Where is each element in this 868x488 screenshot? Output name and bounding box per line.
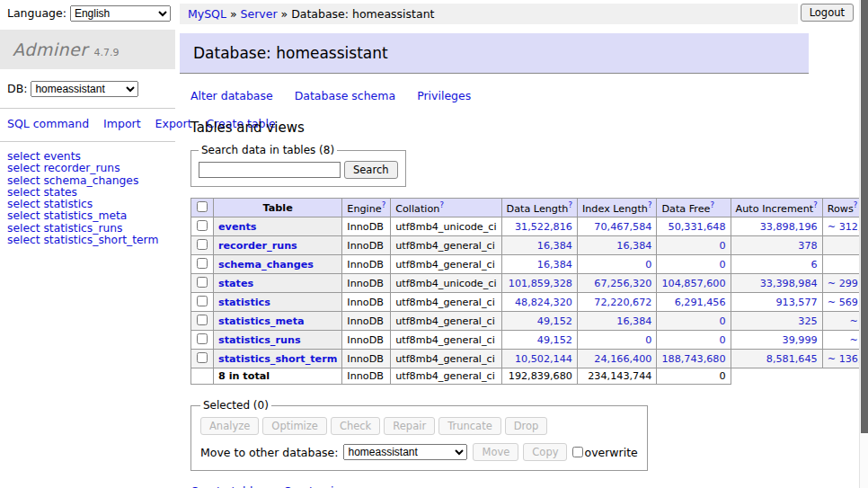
help-link[interactable]: ? [648, 200, 652, 209]
table-link-schema-changes[interactable]: schema_changes [218, 259, 314, 271]
row-checkbox[interactable] [197, 333, 208, 344]
truncate-button[interactable]: Truncate [438, 417, 501, 435]
collation-cell: utf8mb4_general_ci [391, 255, 501, 274]
collation-cell: utf8mb4_general_ci [391, 312, 501, 331]
sidebar-table-link-select-events[interactable]: select events [7, 151, 168, 163]
sidebar-table-link-select-recorder-runs[interactable]: select recorder_runs [7, 163, 168, 174]
sidebar-table-link-select-statistics-runs[interactable]: select statistics_runs [7, 223, 168, 235]
breadcrumb-item-mysql[interactable]: MySQL [188, 7, 226, 21]
engine-cell: InnoDB [342, 274, 391, 293]
sidebar-action-import[interactable]: Import [103, 117, 141, 130]
row-checkbox-cell [191, 255, 214, 274]
collation-cell: utf8mb4_general_ci [391, 331, 501, 350]
index-length-cell: 16,384 [577, 236, 656, 255]
drop-button[interactable]: Drop [505, 417, 548, 435]
row-checkbox[interactable] [197, 352, 208, 363]
nav-link-alter-database[interactable]: Alter database [190, 89, 273, 102]
breadcrumb-item-server[interactable]: Server [241, 7, 278, 21]
row-checkbox[interactable] [197, 258, 208, 269]
copy-button[interactable]: Copy [523, 443, 567, 461]
data-free-cell: 0 [657, 312, 731, 331]
table-row: statisticsInnoDButf8mb4_general_ci48,824… [191, 293, 868, 312]
logout-button[interactable]: Logout [801, 4, 854, 22]
sidebar-table-link-select-statistics-short-term[interactable]: select statistics_short_term [7, 235, 168, 246]
data-length-cell: 101,859,328 [501, 274, 577, 293]
index-length-cell: 0 [577, 255, 656, 274]
total-checkbox-cell [191, 368, 214, 385]
analyze-button[interactable]: Analyze [200, 417, 259, 435]
column-header-collation: Collation? [391, 199, 501, 217]
column-header-index-length: Index Length? [577, 199, 656, 217]
check-button[interactable]: Check [331, 417, 380, 435]
row-checkbox-cell [191, 331, 214, 350]
search-input[interactable] [199, 162, 341, 178]
sidebar-action-sql-command[interactable]: SQL command [7, 117, 89, 130]
help-link[interactable]: ? [382, 200, 386, 209]
help-link[interactable]: ? [813, 200, 818, 209]
db-select[interactable]: homeassistant [31, 81, 138, 97]
sidebar-table-link-select-statistics-meta[interactable]: select statistics_meta [7, 210, 168, 222]
table-row: schema_changesInnoDButf8mb4_general_ci16… [191, 255, 868, 274]
row-checkbox[interactable] [197, 296, 208, 306]
overwrite-checkbox[interactable] [572, 447, 583, 457]
row-checkbox[interactable] [197, 277, 208, 288]
table-link-statistics-meta[interactable]: statistics_meta [218, 315, 305, 327]
table-link-recorder-runs[interactable]: recorder_runs [218, 240, 297, 252]
data-length-cell: 16,384 [501, 255, 577, 274]
help-link[interactable]: ? [439, 200, 444, 209]
table-link-statistics-short-term[interactable]: statistics_short_term [218, 353, 337, 365]
vertical-scrollbar[interactable] [859, 0, 868, 488]
scrollbar-thumb[interactable] [861, 0, 868, 433]
breadcrumb-item-database-homeassistant: Database: homeassistant [291, 7, 434, 21]
search-fieldset: Search data in tables (8) Search [190, 144, 406, 187]
index-length-cell: 0 [577, 331, 656, 350]
data-free-cell: 6,291,456 [657, 293, 731, 312]
sidebar: Language: English Adminer 4.7.9 DB: home… [0, 0, 175, 253]
language-select[interactable]: English [70, 5, 171, 22]
table-row: recorder_runsInnoDButf8mb4_general_ci16,… [191, 236, 868, 255]
help-link[interactable]: ? [710, 200, 714, 209]
auto-increment-cell: 378 [731, 236, 822, 255]
data-free-cell: 50,331,648 [657, 217, 731, 236]
table-row: statistics_runsInnoDButf8mb4_general_ci4… [191, 331, 868, 350]
overwrite-label: overwrite [584, 446, 637, 459]
sidebar-table-link-select-states[interactable]: select states [7, 187, 168, 199]
repair-button[interactable]: Repair [384, 417, 435, 435]
nav-link-database-schema[interactable]: Database schema [295, 89, 395, 102]
help-link[interactable]: ? [854, 200, 858, 209]
breadcrumb: MySQL » Server » Database: homeassistant [180, 4, 798, 24]
tables-heading: Tables and views [190, 120, 819, 136]
breadcrumb-separator: » [278, 7, 292, 21]
index-length-cell: 24,166,400 [577, 350, 656, 368]
table-link-states[interactable]: states [218, 278, 253, 289]
row-checkbox-cell [191, 236, 214, 255]
move-db-select[interactable]: homeassistant [343, 444, 467, 460]
move-button[interactable]: Move [473, 443, 518, 461]
table-link-statistics[interactable]: statistics [218, 297, 270, 308]
table-link-events[interactable]: events [218, 221, 256, 233]
data-length-cell: 16,384 [501, 236, 577, 255]
sidebar-table-link-select-statistics[interactable]: select statistics [7, 199, 168, 210]
data-length-cell: 49,152 [501, 331, 577, 350]
sidebar-table-link-select-schema-changes[interactable]: select schema_changes [7, 175, 168, 187]
row-checkbox[interactable] [197, 315, 208, 325]
select-all-checkbox[interactable] [197, 201, 208, 212]
table-link-statistics-runs[interactable]: statistics_runs [218, 334, 301, 346]
table-row: statesInnoDButf8mb4_unicode_ci101,859,32… [191, 274, 868, 293]
nav-link-privileges[interactable]: Privileges [417, 89, 471, 102]
collation-cell: utf8mb4_general_ci [391, 236, 501, 255]
row-checkbox-cell [191, 293, 214, 312]
link-create-table[interactable]: Create table [190, 484, 260, 488]
table-name-cell: schema_changes [214, 255, 342, 274]
search-button[interactable]: Search [344, 161, 398, 179]
row-checkbox[interactable] [197, 220, 208, 231]
help-link[interactable]: ? [568, 200, 572, 209]
index-length-cell: 67,256,320 [577, 274, 656, 293]
table-row: statistics_short_termInnoDButf8mb4_gener… [191, 350, 868, 368]
total-empty-cell [731, 368, 822, 385]
optimize-button[interactable]: Optimize [262, 417, 327, 435]
link-create-view[interactable]: Create view [283, 484, 350, 488]
row-checkbox[interactable] [197, 239, 208, 250]
data-free-cell: 0 [657, 236, 731, 255]
total-data-free-cell: 0 [657, 368, 731, 385]
